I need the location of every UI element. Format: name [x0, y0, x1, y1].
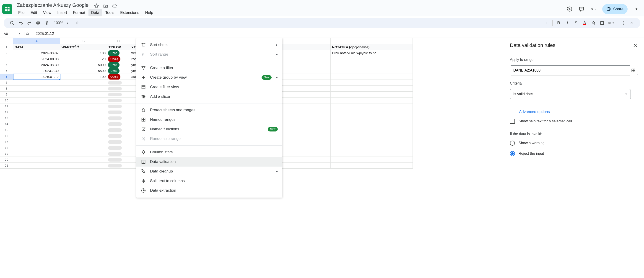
- menu-extensions[interactable]: Extensions: [118, 9, 142, 16]
- menu-data[interactable]: Data: [88, 9, 102, 16]
- cell[interactable]: [331, 121, 413, 127]
- menu-split-text[interactable]: Split text to columns: [136, 176, 282, 186]
- cell[interactable]: [60, 97, 107, 103]
- row-header[interactable]: 16: [0, 133, 13, 139]
- strikethrough-icon[interactable]: S: [572, 19, 580, 27]
- undo-icon[interactable]: [17, 19, 25, 27]
- redo-icon[interactable]: [26, 19, 33, 27]
- cell[interactable]: [60, 92, 107, 97]
- formula-input[interactable]: 2025.01.12: [33, 31, 640, 36]
- cell[interactable]: [13, 151, 60, 157]
- cell[interactable]: [13, 103, 60, 109]
- cell[interactable]: Brak notatki nie wpłynie to na: [331, 50, 413, 56]
- meet-icon[interactable]: ▼: [590, 6, 596, 12]
- cell[interactable]: [13, 92, 60, 97]
- cell[interactable]: [331, 92, 413, 97]
- cell[interactable]: Obcią: [107, 56, 130, 62]
- menu-format[interactable]: Format: [70, 9, 88, 16]
- menu-add-slicer[interactable]: Add a slicer: [136, 92, 282, 101]
- cell[interactable]: [107, 139, 130, 145]
- cell[interactable]: [60, 121, 107, 127]
- currency-format[interactable]: zł: [74, 21, 81, 25]
- cell[interactable]: NOTATKA (opcjonalna): [331, 44, 413, 50]
- cell[interactable]: 5000: [60, 62, 107, 68]
- cell[interactable]: [13, 121, 60, 127]
- more-icon[interactable]: [619, 19, 627, 27]
- cell[interactable]: [60, 163, 107, 169]
- menu-create-group-view[interactable]: Create group by view New ▶: [136, 73, 282, 82]
- range-input[interactable]: [510, 65, 630, 75]
- row-header[interactable]: 17: [0, 139, 13, 145]
- cell[interactable]: [107, 115, 130, 121]
- cell[interactable]: [331, 97, 413, 103]
- cell[interactable]: [107, 133, 130, 139]
- share-button[interactable]: Share: [602, 4, 628, 14]
- cell[interactable]: 20: [60, 56, 107, 62]
- cell[interactable]: [107, 151, 130, 157]
- cell[interactable]: 2024-08-30: [13, 62, 60, 68]
- cell[interactable]: Uzna: [107, 62, 130, 68]
- bold-icon[interactable]: B: [555, 19, 562, 27]
- advanced-options-link[interactable]: Advanced options: [510, 107, 638, 115]
- fill-color-icon[interactable]: [590, 19, 597, 27]
- cell[interactable]: [331, 139, 413, 145]
- cell[interactable]: [60, 103, 107, 109]
- row-header[interactable]: 4: [0, 62, 13, 68]
- show-warning-radio[interactable]: [510, 141, 515, 146]
- cell[interactable]: Obcią: [107, 74, 130, 80]
- move-icon[interactable]: [103, 3, 108, 8]
- cell[interactable]: [107, 97, 130, 103]
- cell[interactable]: [331, 109, 413, 115]
- italic-icon[interactable]: I: [564, 19, 571, 27]
- cell[interactable]: [107, 163, 130, 169]
- cell[interactable]: Uzna: [107, 68, 130, 74]
- menu-file[interactable]: File: [16, 9, 27, 16]
- row-header[interactable]: 18: [0, 145, 13, 151]
- row-header[interactable]: 7: [0, 80, 13, 86]
- share-dropdown-icon[interactable]: ▼: [634, 5, 640, 13]
- zoom-level[interactable]: 100%: [52, 21, 66, 25]
- cell[interactable]: [60, 133, 107, 139]
- row-header[interactable]: 11: [0, 103, 13, 109]
- menu-data-cleanup[interactable]: Data cleanup ▶: [136, 167, 282, 176]
- cell[interactable]: [13, 157, 60, 163]
- cell[interactable]: [331, 56, 413, 62]
- help-text-checkbox[interactable]: [510, 119, 515, 124]
- cell[interactable]: [331, 133, 413, 139]
- cell[interactable]: [107, 145, 130, 151]
- row-header[interactable]: 13: [0, 115, 13, 121]
- cell[interactable]: [331, 145, 413, 151]
- row-header[interactable]: 20: [0, 157, 13, 163]
- cell[interactable]: [60, 151, 107, 157]
- cell[interactable]: [60, 109, 107, 115]
- name-box[interactable]: A6▼: [4, 32, 22, 35]
- cell[interactable]: 100: [60, 50, 107, 56]
- search-icon[interactable]: [8, 19, 16, 27]
- col-header-b[interactable]: B: [60, 38, 107, 44]
- cell[interactable]: 2024.7.30: [13, 68, 60, 74]
- collapse-toolbar-icon[interactable]: [628, 19, 636, 27]
- cell[interactable]: 5500: [60, 68, 107, 74]
- menu-edit[interactable]: Edit: [28, 9, 40, 16]
- document-title[interactable]: Zabezpieczanie Arkuszy Google: [16, 2, 90, 9]
- cell[interactable]: [13, 109, 60, 115]
- row-header[interactable]: 19: [0, 151, 13, 157]
- cell[interactable]: [331, 74, 413, 80]
- cell[interactable]: [13, 80, 60, 86]
- menu-sort-sheet[interactable]: Sort sheet ▶: [136, 40, 282, 50]
- cell[interactable]: [331, 115, 413, 121]
- cell[interactable]: [331, 62, 413, 68]
- cell[interactable]: [60, 139, 107, 145]
- history-icon[interactable]: [567, 6, 572, 12]
- menu-view[interactable]: View: [40, 9, 54, 16]
- cell[interactable]: [331, 163, 413, 169]
- col-header-e[interactable]: [331, 38, 413, 44]
- cell[interactable]: [331, 103, 413, 109]
- fx-icon[interactable]: fx: [24, 32, 31, 36]
- cell[interactable]: 2024-08-07: [13, 50, 60, 56]
- row-header[interactable]: 2: [0, 50, 13, 56]
- menu-named-ranges[interactable]: Named ranges: [136, 115, 282, 124]
- col-header-c[interactable]: C: [107, 38, 130, 44]
- cell[interactable]: [13, 139, 60, 145]
- cell[interactable]: [13, 115, 60, 121]
